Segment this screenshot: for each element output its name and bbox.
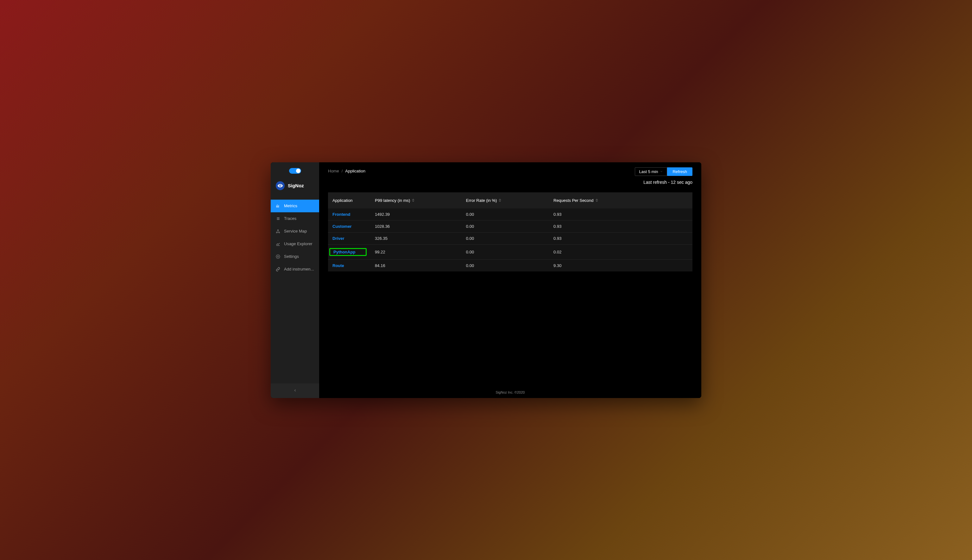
cell-p99: 99.22	[372, 244, 463, 260]
list-icon	[276, 217, 280, 221]
time-range-select[interactable]: Last 5 min	[635, 167, 667, 176]
main-content: Home / Application Last 5 min Refresh La…	[319, 162, 701, 398]
cell-p99: 84.16	[372, 260, 463, 272]
sidebar-item-label: Settings	[284, 254, 299, 259]
brand[interactable]: SigNoz	[271, 181, 319, 190]
sidebar-item-label: Traces	[284, 216, 296, 221]
header: Home / Application Last 5 min Refresh La…	[319, 162, 701, 185]
column-label: Application	[332, 198, 353, 203]
last-refresh-text: Last refresh - 12 sec ago	[643, 180, 692, 185]
gear-icon	[276, 254, 280, 259]
sidebar-item-label: Service Map	[284, 229, 307, 233]
breadcrumb-separator: /	[342, 168, 343, 173]
svg-point-12	[277, 256, 279, 257]
brand-eye-icon	[276, 181, 285, 190]
sidebar-item-usage-explorer[interactable]: Usage Explorer	[271, 238, 319, 250]
sidebar-item-label: Add instrumen...	[284, 267, 314, 272]
app-link[interactable]: Frontend	[332, 212, 350, 217]
sort-icon	[596, 199, 598, 202]
applications-table: Application P99 latency (in ms) Error R	[328, 192, 692, 272]
app-link[interactable]: Driver	[332, 236, 344, 241]
table-row: Frontend 1492.39 0.00 0.93	[328, 208, 692, 220]
bar-chart-icon	[276, 204, 280, 208]
column-header-rps[interactable]: Requests Per Second	[550, 192, 692, 208]
table-row: PythonApp 99.22 0.00 0.02	[328, 244, 692, 260]
cell-rps: 0.93	[550, 232, 692, 244]
table-row: Customer 1028.36 0.00 0.93	[328, 220, 692, 232]
sidebar-top: SigNoz	[271, 162, 319, 194]
content-area: Application P99 latency (in ms) Error R	[319, 185, 701, 387]
app-link[interactable]: Customer	[332, 224, 352, 229]
sidebar: SigNoz Metrics Traces Service Map	[271, 162, 319, 398]
deployment-icon	[276, 229, 280, 233]
sidebar-item-label: Usage Explorer	[284, 242, 312, 246]
column-header-error-rate[interactable]: Error Rate (in %)	[463, 192, 550, 208]
header-controls: Last 5 min Refresh Last refresh - 12 sec…	[635, 167, 692, 185]
sidebar-item-traces[interactable]: Traces	[271, 212, 319, 225]
cell-error-rate: 0.00	[463, 244, 550, 260]
brand-name: SigNoz	[288, 183, 304, 188]
app-link[interactable]: Route	[332, 263, 344, 268]
refresh-button[interactable]: Refresh	[667, 167, 692, 176]
svg-point-8	[279, 232, 280, 233]
cell-error-rate: 0.00	[463, 260, 550, 272]
column-label: Requests Per Second	[553, 198, 593, 203]
copyright: SigNoz Inc. ©2020	[496, 390, 525, 394]
cell-p99: 1492.39	[372, 208, 463, 220]
app-link[interactable]: PythonApp	[333, 250, 355, 254]
sidebar-item-service-map[interactable]: Service Map	[271, 225, 319, 238]
controls-group: Last 5 min Refresh	[635, 167, 692, 176]
collapse-sidebar-button[interactable]	[293, 388, 297, 393]
table-body: Frontend 1492.39 0.00 0.93 Customer 1028…	[328, 208, 692, 272]
line-chart-icon	[276, 242, 280, 246]
sort-icon	[412, 199, 414, 202]
sidebar-item-label: Metrics	[284, 203, 297, 208]
column-label: P99 latency (in ms)	[375, 198, 410, 203]
cell-rps: 0.93	[550, 208, 692, 220]
sidebar-nav: Metrics Traces Service Map Usage Explore…	[271, 200, 319, 383]
cell-p99: 1028.36	[372, 220, 463, 232]
api-icon	[276, 267, 280, 272]
cell-rps: 0.93	[550, 220, 692, 232]
cell-rps: 0.02	[550, 244, 692, 260]
svg-line-9	[277, 230, 278, 232]
app-window: SigNoz Metrics Traces Service Map	[271, 162, 701, 398]
column-header-application[interactable]: Application	[328, 192, 372, 208]
chevron-left-icon	[293, 388, 297, 392]
cell-rps: 9.30	[550, 260, 692, 272]
table-row: Driver 326.35 0.00 0.93	[328, 232, 692, 244]
breadcrumb: Home / Application	[328, 167, 366, 173]
sidebar-footer	[271, 383, 319, 398]
cell-error-rate: 0.00	[463, 208, 550, 220]
time-range-value: Last 5 min	[639, 169, 658, 174]
svg-line-10	[278, 230, 279, 232]
cell-error-rate: 0.00	[463, 232, 550, 244]
table-row: Route 84.16 0.00 9.30	[328, 260, 692, 272]
breadcrumb-current: Application	[345, 168, 366, 173]
column-header-p99[interactable]: P99 latency (in ms)	[372, 192, 463, 208]
svg-point-6	[278, 229, 279, 230]
sort-icon	[499, 199, 501, 202]
cell-p99: 326.35	[372, 232, 463, 244]
cell-error-rate: 0.00	[463, 220, 550, 232]
highlight-annotation: PythonApp	[329, 248, 367, 256]
column-label: Error Rate (in %)	[466, 198, 497, 203]
sidebar-item-metrics[interactable]: Metrics	[271, 200, 319, 212]
svg-point-7	[276, 232, 277, 233]
footer: SigNoz Inc. ©2020	[319, 387, 701, 398]
sidebar-item-add-instrumentation[interactable]: Add instrumen...	[271, 263, 319, 275]
chevron-down-icon	[660, 170, 663, 173]
theme-toggle[interactable]	[289, 168, 301, 174]
breadcrumb-home[interactable]: Home	[328, 168, 339, 173]
sidebar-item-settings[interactable]: Settings	[271, 250, 319, 263]
